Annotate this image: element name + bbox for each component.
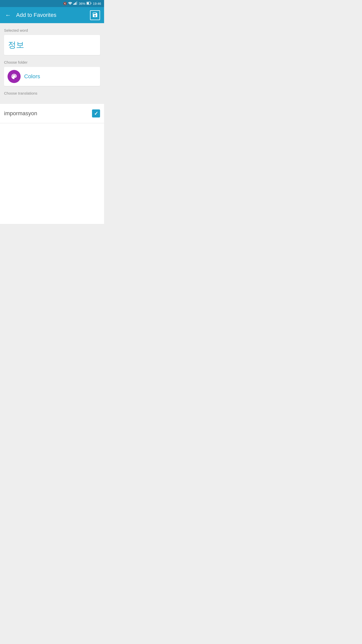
translations-section: impormasyon ✓ xyxy=(0,104,104,123)
save-button[interactable] xyxy=(90,10,100,20)
folder-icon-circle xyxy=(8,70,21,83)
svg-rect-2 xyxy=(74,3,75,5)
svg-rect-4 xyxy=(76,1,77,5)
mute-icon: 🔇 xyxy=(63,2,67,5)
selected-word-box: 정보 xyxy=(4,35,100,55)
translation-checkbox[interactable]: ✓ xyxy=(92,109,100,117)
battery-percent: 36% xyxy=(79,2,85,6)
choose-translations-label: Choose translations xyxy=(4,91,100,99)
content-area: Selected word 정보 Choose folder Colors Ch… xyxy=(0,23,104,104)
choose-folder-label: Choose folder xyxy=(4,60,100,64)
checkmark-icon: ✓ xyxy=(94,110,98,116)
back-button[interactable]: ← xyxy=(4,11,12,19)
app-bar: ← Add to Favorites xyxy=(0,7,104,23)
translation-item[interactable]: impormasyon ✓ xyxy=(0,104,104,123)
app-bar-title: Add to Favorites xyxy=(16,12,56,18)
svg-rect-7 xyxy=(91,3,91,4)
status-time: 19:46 xyxy=(93,2,101,6)
app-bar-left: ← Add to Favorites xyxy=(4,11,56,19)
wifi-icon xyxy=(68,2,72,6)
svg-point-0 xyxy=(70,4,70,5)
svg-rect-3 xyxy=(75,2,76,5)
palette-icon xyxy=(11,73,18,80)
svg-rect-1 xyxy=(73,4,74,5)
folder-name: Colors xyxy=(24,73,40,80)
signal-icon xyxy=(73,1,77,6)
status-bar: 🔇 36% xyxy=(0,0,104,7)
selected-word-value: 정보 xyxy=(8,40,24,49)
battery-icon xyxy=(86,2,92,6)
selected-word-label: Selected word xyxy=(4,28,100,32)
status-icons: 🔇 36% xyxy=(63,1,101,6)
translation-text: impormasyon xyxy=(4,110,37,117)
folder-selector[interactable]: Colors xyxy=(4,67,100,86)
bottom-area xyxy=(0,123,104,224)
